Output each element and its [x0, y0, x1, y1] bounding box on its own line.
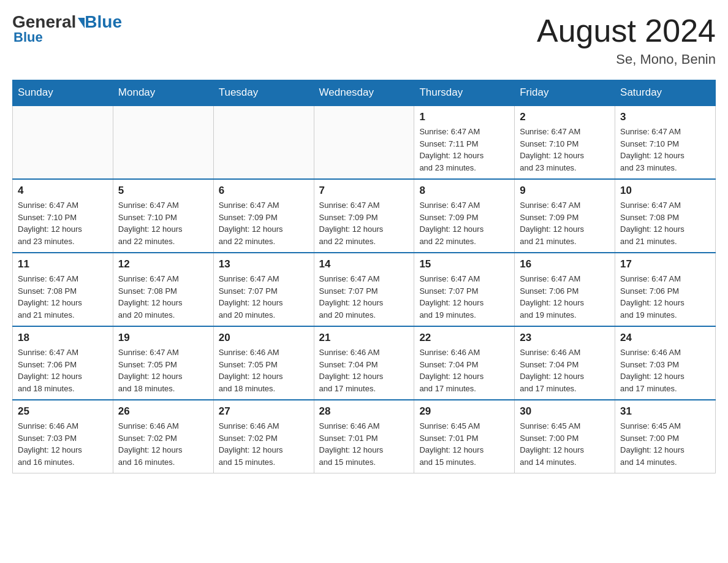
day-info: Sunrise: 6:46 AM Sunset: 7:03 PM Dayligh… [18, 420, 108, 468]
day-number: 14 [319, 258, 409, 270]
day-info: Sunrise: 6:47 AM Sunset: 7:07 PM Dayligh… [319, 273, 409, 321]
day-info: Sunrise: 6:47 AM Sunset: 7:10 PM Dayligh… [620, 126, 710, 174]
calendar-week-2: 4Sunrise: 6:47 AM Sunset: 7:10 PM Daylig… [13, 179, 716, 253]
day-info: Sunrise: 6:45 AM Sunset: 7:00 PM Dayligh… [520, 420, 610, 468]
day-info: Sunrise: 6:47 AM Sunset: 7:11 PM Dayligh… [419, 126, 509, 174]
day-number: 9 [520, 185, 610, 197]
day-of-week-thursday: Thursday [414, 80, 515, 106]
calendar-cell: 24Sunrise: 6:46 AM Sunset: 7:03 PM Dayli… [615, 326, 716, 400]
calendar-cell: 18Sunrise: 6:47 AM Sunset: 7:06 PM Dayli… [13, 326, 113, 400]
calendar-week-1: 1Sunrise: 6:47 AM Sunset: 7:11 PM Daylig… [13, 105, 716, 179]
calendar-table: SundayMondayTuesdayWednesdayThursdayFrid… [12, 80, 716, 473]
day-info: Sunrise: 6:47 AM Sunset: 7:10 PM Dayligh… [118, 199, 208, 247]
calendar-header-row: SundayMondayTuesdayWednesdayThursdayFrid… [13, 80, 716, 106]
day-info: Sunrise: 6:47 AM Sunset: 7:07 PM Dayligh… [419, 273, 509, 321]
calendar-cell: 14Sunrise: 6:47 AM Sunset: 7:07 PM Dayli… [314, 253, 414, 326]
calendar-cell [113, 105, 213, 179]
calendar-cell: 19Sunrise: 6:47 AM Sunset: 7:05 PM Dayli… [113, 326, 213, 400]
logo: General Blue Blue [12, 12, 122, 45]
day-info: Sunrise: 6:47 AM Sunset: 7:06 PM Dayligh… [620, 273, 710, 321]
calendar-cell: 16Sunrise: 6:47 AM Sunset: 7:06 PM Dayli… [515, 253, 615, 326]
day-number: 24 [620, 332, 710, 344]
day-number: 31 [620, 405, 710, 418]
month-title: August 2024 [537, 12, 716, 49]
day-info: Sunrise: 6:46 AM Sunset: 7:04 PM Dayligh… [319, 347, 409, 394]
logo-triangle-icon [78, 18, 85, 28]
calendar-cell: 9Sunrise: 6:47 AM Sunset: 7:09 PM Daylig… [515, 179, 615, 253]
calendar-cell: 11Sunrise: 6:47 AM Sunset: 7:08 PM Dayli… [13, 253, 113, 326]
day-of-week-tuesday: Tuesday [213, 80, 314, 106]
calendar-cell: 27Sunrise: 6:46 AM Sunset: 7:02 PM Dayli… [213, 400, 314, 473]
day-info: Sunrise: 6:47 AM Sunset: 7:08 PM Dayligh… [18, 273, 108, 321]
day-number: 21 [319, 332, 409, 344]
calendar-cell: 8Sunrise: 6:47 AM Sunset: 7:09 PM Daylig… [414, 179, 515, 253]
calendar-cell: 23Sunrise: 6:46 AM Sunset: 7:04 PM Dayli… [515, 326, 615, 400]
calendar-cell: 21Sunrise: 6:46 AM Sunset: 7:04 PM Dayli… [314, 326, 414, 400]
day-number: 15 [419, 258, 509, 270]
calendar-cell: 4Sunrise: 6:47 AM Sunset: 7:10 PM Daylig… [13, 179, 113, 253]
day-info: Sunrise: 6:46 AM Sunset: 7:03 PM Dayligh… [620, 347, 710, 394]
day-info: Sunrise: 6:47 AM Sunset: 7:06 PM Dayligh… [520, 273, 610, 321]
calendar-week-3: 11Sunrise: 6:47 AM Sunset: 7:08 PM Dayli… [13, 253, 716, 326]
day-number: 2 [520, 111, 610, 123]
day-info: Sunrise: 6:47 AM Sunset: 7:09 PM Dayligh… [419, 199, 509, 247]
logo-blue-text: Blue [85, 12, 122, 32]
calendar-cell: 28Sunrise: 6:46 AM Sunset: 7:01 PM Dayli… [314, 400, 414, 473]
calendar-cell: 7Sunrise: 6:47 AM Sunset: 7:09 PM Daylig… [314, 179, 414, 253]
calendar-cell: 29Sunrise: 6:45 AM Sunset: 7:01 PM Dayli… [414, 400, 515, 473]
day-info: Sunrise: 6:46 AM Sunset: 7:02 PM Dayligh… [219, 420, 309, 468]
day-number: 26 [118, 405, 208, 418]
day-number: 25 [18, 405, 108, 418]
day-number: 17 [620, 258, 710, 270]
day-of-week-friday: Friday [515, 80, 615, 106]
calendar-cell: 1Sunrise: 6:47 AM Sunset: 7:11 PM Daylig… [414, 105, 515, 179]
day-number: 27 [219, 405, 309, 418]
day-info: Sunrise: 6:45 AM Sunset: 7:01 PM Dayligh… [419, 420, 509, 468]
day-number: 1 [419, 111, 509, 123]
calendar-week-4: 18Sunrise: 6:47 AM Sunset: 7:06 PM Dayli… [13, 326, 716, 400]
day-number: 19 [118, 332, 208, 344]
day-number: 8 [419, 185, 509, 197]
day-number: 4 [18, 185, 108, 197]
calendar-cell [13, 105, 113, 179]
calendar-cell: 26Sunrise: 6:46 AM Sunset: 7:02 PM Dayli… [113, 400, 213, 473]
day-number: 5 [118, 185, 208, 197]
calendar-cell: 15Sunrise: 6:47 AM Sunset: 7:07 PM Dayli… [414, 253, 515, 326]
day-of-week-sunday: Sunday [13, 80, 113, 106]
day-number: 29 [419, 405, 509, 418]
day-info: Sunrise: 6:46 AM Sunset: 7:04 PM Dayligh… [520, 347, 610, 394]
day-info: Sunrise: 6:46 AM Sunset: 7:01 PM Dayligh… [319, 420, 409, 468]
day-number: 22 [419, 332, 509, 344]
day-info: Sunrise: 6:45 AM Sunset: 7:00 PM Dayligh… [620, 420, 710, 468]
day-info: Sunrise: 6:46 AM Sunset: 7:04 PM Dayligh… [419, 347, 509, 394]
calendar-cell: 12Sunrise: 6:47 AM Sunset: 7:08 PM Dayli… [113, 253, 213, 326]
calendar-cell: 3Sunrise: 6:47 AM Sunset: 7:10 PM Daylig… [615, 105, 716, 179]
calendar-cell: 30Sunrise: 6:45 AM Sunset: 7:00 PM Dayli… [515, 400, 615, 473]
calendar-cell: 5Sunrise: 6:47 AM Sunset: 7:10 PM Daylig… [113, 179, 213, 253]
day-number: 10 [620, 185, 710, 197]
day-number: 28 [319, 405, 409, 418]
day-info: Sunrise: 6:46 AM Sunset: 7:02 PM Dayligh… [118, 420, 208, 468]
calendar-cell: 31Sunrise: 6:45 AM Sunset: 7:00 PM Dayli… [615, 400, 716, 473]
title-area: August 2024 Se, Mono, Benin [537, 12, 716, 67]
day-info: Sunrise: 6:46 AM Sunset: 7:05 PM Dayligh… [219, 347, 309, 394]
day-info: Sunrise: 6:47 AM Sunset: 7:08 PM Dayligh… [118, 273, 208, 321]
day-number: 30 [520, 405, 610, 418]
day-number: 12 [118, 258, 208, 270]
calendar-cell: 6Sunrise: 6:47 AM Sunset: 7:09 PM Daylig… [213, 179, 314, 253]
day-info: Sunrise: 6:47 AM Sunset: 7:09 PM Dayligh… [219, 199, 309, 247]
calendar-week-5: 25Sunrise: 6:46 AM Sunset: 7:03 PM Dayli… [13, 400, 716, 473]
day-of-week-monday: Monday [113, 80, 213, 106]
location: Se, Mono, Benin [537, 52, 716, 67]
day-number: 20 [219, 332, 309, 344]
day-info: Sunrise: 6:47 AM Sunset: 7:09 PM Dayligh… [520, 199, 610, 247]
calendar-cell: 22Sunrise: 6:46 AM Sunset: 7:04 PM Dayli… [414, 326, 515, 400]
day-info: Sunrise: 6:47 AM Sunset: 7:05 PM Dayligh… [118, 347, 208, 394]
logo-underline: Blue [12, 29, 43, 45]
day-number: 23 [520, 332, 610, 344]
day-number: 16 [520, 258, 610, 270]
calendar-cell: 17Sunrise: 6:47 AM Sunset: 7:06 PM Dayli… [615, 253, 716, 326]
day-info: Sunrise: 6:47 AM Sunset: 7:07 PM Dayligh… [219, 273, 309, 321]
calendar-cell: 2Sunrise: 6:47 AM Sunset: 7:10 PM Daylig… [515, 105, 615, 179]
calendar-cell [314, 105, 414, 179]
